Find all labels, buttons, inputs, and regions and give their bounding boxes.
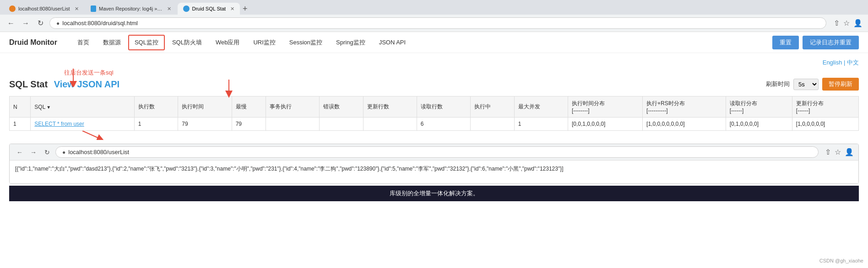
cell-tx-exec [266, 118, 319, 131]
th-n: N [10, 96, 31, 118]
share-icon[interactable]: ⇧ [834, 19, 840, 27]
cell-update-dist: [1,0,0,0,0,0] [792, 118, 858, 131]
nav-actions: 重置 记录日志并重置 [772, 36, 859, 49]
reload-button[interactable]: ↻ [35, 18, 46, 29]
lang-sep: | [844, 59, 845, 66]
sql-table: N SQL▼ 执行数 执行时间 最慢 事务执行 错误数 更新行数 读取行数 执行… [9, 96, 859, 131]
th-max-concurrent: 最大并发 [514, 96, 568, 118]
nav-item-jsonapi[interactable]: JSON API [373, 35, 412, 49]
main-content: English | 中文 往后台发送一条sql SQL Stat View JS… [0, 53, 868, 207]
new-tab-button[interactable]: + [241, 4, 250, 14]
arrow-to-second-window [55, 131, 192, 140]
pause-refresh-button[interactable]: 暂停刷新 [822, 78, 859, 91]
sql-link[interactable]: SELECT * from user [34, 121, 84, 127]
th-tx-exec: 事务执行 [266, 96, 319, 118]
refresh-label: 刷新时间 [766, 80, 790, 88]
arrow-area [9, 131, 859, 140]
back-button[interactable]: ← [5, 18, 16, 29]
th-update-rows: 更新行数 [363, 96, 417, 118]
cell-max-concurrent: 1 [514, 118, 568, 131]
cell-n: 1 [10, 118, 31, 131]
th-exec-count: 执行数 [134, 96, 178, 118]
th-sql: SQL▼ [31, 96, 134, 118]
cell-sql[interactable]: SELECT * from user [31, 118, 134, 131]
tab-1[interactable]: localhost:8080/userList ✕ [4, 3, 84, 15]
second-address-input[interactable]: ● localhost:8080/userList [55, 146, 819, 158]
cell-exec-count: 1 [134, 118, 178, 131]
log-reset-button[interactable]: 记录日志并重置 [803, 36, 859, 49]
second-lock-icon: ● [62, 149, 65, 155]
druid-logo: Druid Monitor [9, 38, 57, 47]
th-update-dist: 更新行分布[------] [792, 96, 858, 118]
cell-rs-dist: [1,0,0,0,0,0,0,0] [643, 118, 726, 131]
refresh-controls: 刷新时间 5s 10s 30s 60s 暂停刷新 [766, 78, 859, 91]
nav-item-sqlfirewall[interactable]: SQL防火墙 [166, 35, 208, 50]
table-header-row: N SQL▼ 执行数 执行时间 最慢 事务执行 错误数 更新行数 读取行数 执行… [10, 96, 859, 118]
second-back-button[interactable]: ← [14, 147, 25, 158]
address-action-icons: ⇧ ☆ 👤 [834, 19, 863, 27]
nav-item-home[interactable]: 首页 [71, 35, 96, 50]
bookmark-icon[interactable]: ☆ [843, 19, 850, 27]
tab-close-3[interactable]: ✕ [230, 6, 234, 12]
tab-favicon-1 [9, 5, 16, 12]
nav-item-sql[interactable]: SQL监控 [128, 35, 165, 50]
reset-button[interactable]: 重置 [772, 36, 799, 49]
second-address-icons: ⇧ ☆ 👤 [825, 148, 854, 156]
tab-favicon-2 [91, 5, 97, 12]
second-reload-button[interactable]: ↻ [42, 147, 53, 158]
ad-bar: 库级别的全增量一体化解决方案。 [9, 186, 859, 201]
nav-item-spring[interactable]: Spring监控 [330, 35, 372, 50]
profile-icon[interactable]: 👤 [853, 19, 863, 27]
second-browser-window: ← → ↻ ● localhost:8080/userList ⇧ ☆ 👤 [{… [9, 144, 859, 184]
tab-label-2: Maven Repository: log4j » log... [99, 6, 162, 11]
address-input[interactable]: ● localhost:8080/druid/sql.html [49, 17, 826, 29]
ad-text: 库级别的全增量一体化解决方案。 [390, 190, 479, 197]
tab-close-2[interactable]: ✕ [167, 6, 171, 12]
th-errors: 错误数 [319, 96, 363, 118]
th-slowest: 最慢 [232, 96, 266, 118]
table-wrapper: N SQL▼ 执行数 执行时间 最慢 事务执行 错误数 更新行数 读取行数 执行… [9, 96, 859, 131]
th-read-rows: 读取行数 [417, 96, 470, 118]
tab-label-1: localhost:8080/userList [18, 6, 70, 11]
second-profile-icon[interactable]: 👤 [845, 148, 854, 156]
nav-item-datasource[interactable]: 数据源 [97, 35, 127, 50]
second-address-bar: ← → ↻ ● localhost:8080/userList ⇧ ☆ 👤 [10, 144, 858, 161]
th-exec-time: 执行时间 [178, 96, 232, 118]
cell-errors [319, 118, 363, 131]
druid-navbar: Druid Monitor 首页 数据源 SQL监控 SQL防火墙 Web应用 … [0, 32, 868, 53]
nav-item-uri[interactable]: URI监控 [247, 35, 282, 50]
cell-in-progress [471, 118, 515, 131]
forward-button[interactable]: → [20, 18, 31, 29]
tab-favicon-3 [183, 5, 190, 12]
second-forward-button[interactable]: → [28, 147, 39, 158]
address-bar: ← → ↻ ● localhost:8080/druid/sql.html ⇧ … [0, 15, 868, 32]
lang-row: English | 中文 [9, 59, 859, 67]
lang-chinese[interactable]: 中文 [847, 59, 859, 66]
refresh-select[interactable]: 5s 10s 30s 60s [793, 79, 819, 90]
th-rs-dist: 执行+RS时分布[----------] [643, 96, 726, 118]
tab-3[interactable]: Druid SQL Stat ✕ [178, 3, 240, 15]
annotation-text: 往后台发送一条sql [64, 69, 859, 77]
cell-exec-time: 79 [178, 118, 232, 131]
th-time-dist: 执行时间分布[--------] [568, 96, 642, 118]
tab-bar: localhost:8080/userList ✕ Maven Reposito… [0, 0, 868, 15]
th-read-dist: 读取行分布[------] [726, 96, 792, 118]
json-response: [{"id":1,"name":"大白","pwd":"dasd213"},{"… [15, 166, 564, 172]
second-share-icon[interactable]: ⇧ [825, 148, 831, 156]
second-bookmark-icon[interactable]: ☆ [835, 148, 841, 156]
second-browser-content: [{"id":1,"name":"大白","pwd":"dasd213"},{"… [10, 161, 858, 183]
nav-item-webapp[interactable]: Web应用 [209, 35, 246, 50]
tab-2[interactable]: Maven Repository: log4j » log... ✕ [85, 3, 177, 15]
th-in-progress: 执行中 [471, 96, 515, 118]
svg-line-2 [82, 131, 101, 139]
tab-close-1[interactable]: ✕ [75, 6, 79, 12]
tab-label-3: Druid SQL Stat [192, 6, 226, 11]
page-title-text: SQL Stat [9, 79, 48, 89]
lang-english[interactable]: English [823, 59, 842, 66]
nav-item-session[interactable]: Session监控 [283, 35, 329, 50]
table-row: 1SELECT * from user1797961[0,0,1,0,0,0,0… [10, 118, 859, 131]
cell-read-rows: 6 [417, 118, 470, 131]
page-title: SQL Stat View JSON API [9, 79, 119, 90]
cell-update-rows [363, 118, 417, 131]
view-json-link[interactable]: View JSON API [54, 79, 119, 89]
